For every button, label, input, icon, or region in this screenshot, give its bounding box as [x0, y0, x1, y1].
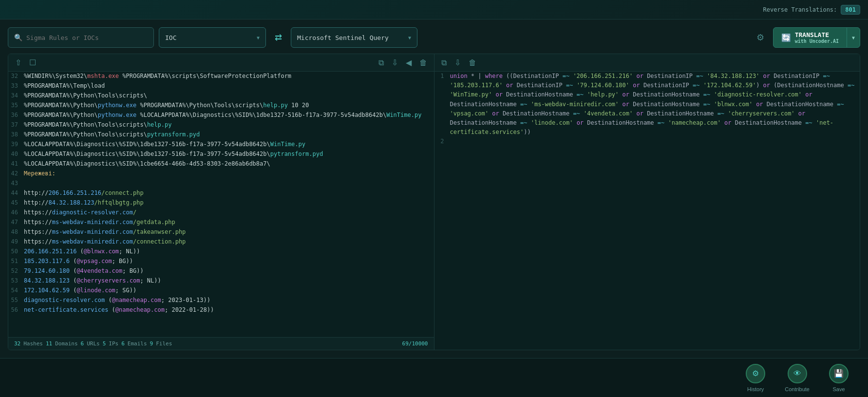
copy-right-button[interactable]: ⧉ [439, 57, 449, 68]
translate-sub-label: with Uncoder.AI [795, 38, 839, 44]
domain-label: Domains [55, 340, 77, 347]
clear-left-button[interactable]: 🗑 [417, 57, 429, 68]
table-row: 32%WINDIR%\System32\mshta.exe %PROGRAMDA… [8, 72, 434, 81]
email-label: Emails [128, 340, 147, 347]
status-counts: 32 Hashes 11 Domains 6 URLs 5 IPs 6 Emai… [14, 340, 172, 347]
table-row: 36%PROGRAMDATA%\Python\pythonw.exe %LOCA… [8, 111, 434, 120]
line-content [24, 179, 430, 189]
history-label: History [747, 386, 764, 392]
settings-left-button[interactable]: ◀ [404, 57, 414, 68]
save-label: Save [832, 386, 845, 392]
main-content: 🔍 IOC ▼ ⇄ Microsoft Sentinel Query ▼ ⚙ 🔄… [0, 19, 868, 358]
contribute-label: Contribute [785, 386, 810, 392]
left-toolbar-right: ⧉ ⇩ ◀ 🗑 [377, 57, 429, 68]
line-number: 38 [8, 130, 24, 140]
line-number: 2 [434, 137, 450, 147]
line-number: 39 [8, 140, 24, 150]
left-editor-panel: ⇧ ☐ ⧉ ⇩ ◀ 🗑 32%WINDIR%\System32\mshta.ex… [8, 54, 434, 350]
translate-label: TRANSLATE [795, 31, 839, 38]
output-dropdown[interactable]: Microsoft Sentinel Query ▼ [291, 27, 417, 48]
save-bottom-button[interactable]: 💾 Save [829, 364, 849, 392]
history-icon: ⚙ [746, 364, 765, 383]
table-row: 38%PROGRAMDATA%\Python\Tools\scripts\pyt… [8, 130, 434, 140]
line-content: 172.104.62.59 (@linode.com; SG)) [24, 286, 430, 296]
line-content: https://ms-webdav-miniredir.com/getdata.… [24, 218, 430, 227]
line-content: diagnostic-resolver.com (@namecheap.com;… [24, 296, 430, 305]
file-label: Files [156, 340, 172, 347]
left-editor-content[interactable]: 32%WINDIR%\System32\mshta.exe %PROGRAMDA… [8, 72, 434, 337]
url-label: URLs [87, 340, 100, 347]
download-left-button[interactable]: ⇩ [390, 57, 400, 68]
line-content: %LOCALAPPDATA%\Diagnostics\%SID%\1dbe132… [24, 150, 430, 159]
line-number: 46 [8, 208, 24, 218]
table-row: 5279.124.60.180 (@4vendeta.com; BG)) [8, 266, 434, 276]
translate-labels: TRANSLATE with Uncoder.AI [795, 31, 839, 44]
table-row: 56net-certificate.services (@namecheap.c… [8, 305, 434, 315]
download-right-button[interactable]: ⇩ [453, 57, 463, 68]
line-number: 43 [8, 179, 24, 189]
save-icon: 💾 [829, 364, 849, 383]
right-editor-toolbar: ⧉ ⇩ 🗑 [434, 54, 860, 72]
table-row: 5384.32.188.123 (@cherryservers.com; NL)… [8, 276, 434, 286]
line-number: 41 [8, 159, 24, 169]
type-dropdown[interactable]: IOC ▼ [159, 27, 266, 48]
bottom-bar: ⚙ History 👁 Contribute 💾 Save [0, 358, 868, 397]
search-box[interactable]: 🔍 [8, 27, 154, 48]
upload-button[interactable]: ⇧ [13, 57, 23, 68]
copy-left-button[interactable]: ⧉ [377, 57, 386, 68]
line-content: 84.32.188.123 (@cherryservers.com; NL)) [24, 276, 430, 286]
table-row: 55diagnostic-resolver.com (@namecheap.co… [8, 296, 434, 305]
hash-count: 32 [14, 340, 20, 347]
file-count: 9 [150, 340, 153, 347]
type-selected-label: IOC [165, 34, 176, 41]
table-row: 54172.104.62.59 (@linode.com; SG)) [8, 286, 434, 296]
line-content: 79.124.60.180 (@4vendeta.com; BG)) [24, 266, 430, 276]
domain-count: 11 [46, 340, 52, 347]
table-row: 39%LOCALAPPDATA%\Diagnostics\%SID%\1dbe1… [8, 140, 434, 150]
settings-button[interactable]: ⚙ [753, 30, 768, 45]
right-toolbar-right: ⧉ ⇩ 🗑 [439, 57, 478, 68]
line-number: 50 [8, 247, 24, 257]
translate-button[interactable]: 🔄 TRANSLATE with Uncoder.AI ▼ [773, 27, 860, 48]
clear-right-button[interactable]: 🗑 [467, 57, 478, 68]
line-content: %LOCALAPPDATA%\Diagnostics\%SID%\1dbe132… [24, 140, 430, 150]
table-row: 44http://206.166.251.216/connect.php [8, 189, 434, 198]
reverse-translations-container: Reverse Translations: 801 [763, 5, 860, 15]
line-content: %PROGRAMDATA%\Temp\load [24, 81, 430, 91]
translate-dropdown-button[interactable]: ▼ [847, 28, 860, 47]
right-editor-content[interactable]: 1union * | where ((DestinationIP =~ '206… [434, 72, 860, 350]
line-content: https://ms-webdav-miniredir.com/connecti… [24, 237, 430, 247]
contribute-bottom-button[interactable]: 👁 Contribute [785, 364, 810, 392]
line-number: 44 [8, 189, 24, 198]
translate-main: 🔄 TRANSLATE with Uncoder.AI [774, 31, 847, 44]
search-input[interactable] [26, 34, 143, 41]
line-content: https://ms-webdav-miniredir.com/takeanws… [24, 227, 430, 237]
line-content: http://84.32.188.123/hftqlbgtg.php [24, 198, 430, 208]
line-number: 40 [8, 150, 24, 159]
line-content: %PROGRAMDATA%\Python\pythonw.exe %LOCALA… [24, 111, 430, 120]
translate-icon: 🔄 [781, 33, 791, 42]
line-content: %LOCALAPPDATA%\Diagnostics\%SID%\1cbe665… [24, 159, 430, 169]
output-selected-label: Microsoft Sentinel Query [297, 34, 389, 41]
line-content: %PROGRAMDATA%\Python\pythonw.exe %PROGRA… [24, 101, 430, 111]
table-row: 37%PROGRAMDATA%\Python\Tools\scripts\hel… [8, 120, 434, 130]
line-number: 36 [8, 111, 24, 120]
history-bottom-button[interactable]: ⚙ History [746, 364, 765, 392]
line-content: %PROGRAMDATA%\Python\Tools\scripts\help.… [24, 120, 430, 130]
line-content: %WINDIR%\System32\mshta.exe %PROGRAMDATA… [24, 72, 430, 81]
line-number: 54 [8, 286, 24, 296]
line-content: Мережеві: [24, 169, 430, 179]
line-content: net-certificate.services (@namecheap.com… [24, 305, 430, 315]
line-number: 1 [434, 72, 450, 137]
line-number: 35 [8, 101, 24, 111]
line-content: 185.203.117.6 (@vpsag.com; BG)) [24, 257, 430, 266]
line-number: 37 [8, 120, 24, 130]
history-button[interactable]: ☐ [27, 57, 38, 68]
table-row: 42Мережеві: [8, 169, 434, 179]
line-number: 48 [8, 227, 24, 237]
swap-button[interactable]: ⇄ [271, 30, 286, 45]
toolbar-row: 🔍 IOC ▼ ⇄ Microsoft Sentinel Query ▼ ⚙ 🔄… [8, 27, 860, 48]
table-row: 43 [8, 179, 434, 189]
table-row: 33%PROGRAMDATA%\Temp\load [8, 81, 434, 91]
table-row: 46https://diagnostic-resolver.com/ [8, 208, 434, 218]
